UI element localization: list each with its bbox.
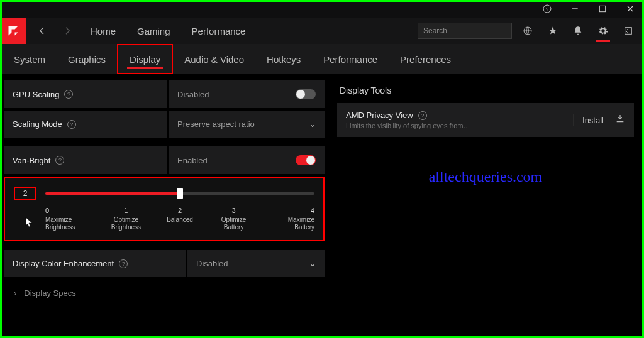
tab-performance[interactable]: Performance: [312, 44, 389, 74]
card-subtitle: Limits the visibility of spying eyes fro…: [346, 122, 472, 129]
install-button[interactable]: Install: [582, 116, 604, 125]
tab-hotkeys[interactable]: Hotkeys: [255, 44, 312, 74]
gpu-scaling-label: GPU Scaling: [13, 90, 59, 99]
display-specs-label: Display Specs: [24, 288, 75, 298]
amd-logo: [0, 18, 26, 44]
svg-text:?: ?: [546, 6, 549, 12]
row-dce: Display Color Enhancement ? Disabled ⌄: [4, 250, 325, 277]
settings-tabs: System Graphics Display Audio & Video Ho…: [0, 44, 644, 74]
row-vari-bright: Vari-Bright ? Enabled: [4, 146, 325, 174]
help-icon[interactable]: ?: [55, 156, 64, 165]
nav-gaming[interactable]: Gaming: [130, 26, 178, 36]
chevron-down-icon[interactable]: ⌄: [309, 120, 316, 129]
help-icon[interactable]: ?: [119, 259, 128, 268]
svg-rect-2: [572, 8, 577, 9]
vari-bright-slider-section: 2 0MaximizeBrightness 1OptimizeBrightnes…: [4, 177, 325, 241]
tab-preferences[interactable]: Preferences: [389, 44, 462, 74]
dce-label: Display Color Enhancement: [13, 259, 114, 268]
help-icon[interactable]: ?: [538, 4, 556, 14]
forward-button[interactable]: [58, 26, 77, 36]
help-icon[interactable]: ?: [64, 90, 73, 99]
minimize-button[interactable]: [566, 4, 584, 14]
help-icon[interactable]: ?: [67, 120, 76, 129]
close-button[interactable]: [621, 4, 639, 14]
slider-value: 2: [14, 187, 36, 200]
slider-handle[interactable]: [177, 188, 183, 199]
vari-bright-label: Vari-Bright: [13, 156, 50, 165]
row-gpu-scaling: GPU Scaling ? Disabled: [4, 80, 325, 108]
watermark-text: alltechqueries.com: [337, 168, 634, 185]
nav-home[interactable]: Home: [83, 26, 123, 36]
slider-track[interactable]: [45, 192, 314, 195]
expand-icon[interactable]: [619, 26, 638, 36]
window-titlebar: ?: [0, 0, 644, 18]
mouse-cursor: [25, 217, 34, 230]
chevron-right-icon: ›: [14, 288, 16, 298]
chevron-down-icon[interactable]: ⌄: [309, 259, 316, 268]
help-icon[interactable]: ?: [418, 111, 427, 120]
tab-audio-video[interactable]: Audio & Video: [173, 44, 255, 74]
scaling-mode-value: Preserve aspect ratio: [177, 119, 255, 129]
tab-graphics[interactable]: Graphics: [57, 44, 117, 74]
gear-icon[interactable]: [594, 26, 613, 36]
slider-ticks: 0MaximizeBrightness 1OptimizeBrightness …: [45, 207, 314, 231]
nav-performance[interactable]: Performance: [184, 26, 253, 36]
favorite-icon[interactable]: [543, 26, 562, 36]
gpu-scaling-toggle[interactable]: [296, 89, 316, 99]
row-scaling-mode: Scaling Mode ? Preserve aspect ratio ⌄: [4, 111, 325, 138]
search-box[interactable]: [418, 23, 512, 39]
tab-system[interactable]: System: [3, 44, 57, 74]
gpu-scaling-value: Disabled: [177, 90, 209, 99]
back-button[interactable]: [33, 26, 52, 36]
display-tools-title: Display Tools: [337, 85, 634, 95]
vari-bright-value: Enabled: [177, 156, 208, 165]
svg-rect-3: [599, 6, 605, 11]
maximize-button[interactable]: [594, 4, 611, 14]
top-nav: Home Gaming Performance: [0, 18, 644, 44]
scaling-mode-label: Scaling Mode: [13, 119, 62, 129]
display-specs-expander[interactable]: › Display Specs: [4, 280, 325, 307]
card-title: AMD Privacy View: [346, 111, 413, 120]
globe-icon[interactable]: [518, 26, 537, 36]
privacy-view-card: AMD Privacy View ? Limits the visibility…: [337, 103, 634, 137]
search-input[interactable]: [423, 26, 518, 35]
bell-icon[interactable]: [569, 26, 587, 36]
download-icon[interactable]: [615, 114, 625, 126]
tab-display[interactable]: Display: [117, 44, 173, 74]
dce-value: Disabled: [196, 259, 228, 268]
vari-bright-toggle[interactable]: [296, 155, 316, 165]
